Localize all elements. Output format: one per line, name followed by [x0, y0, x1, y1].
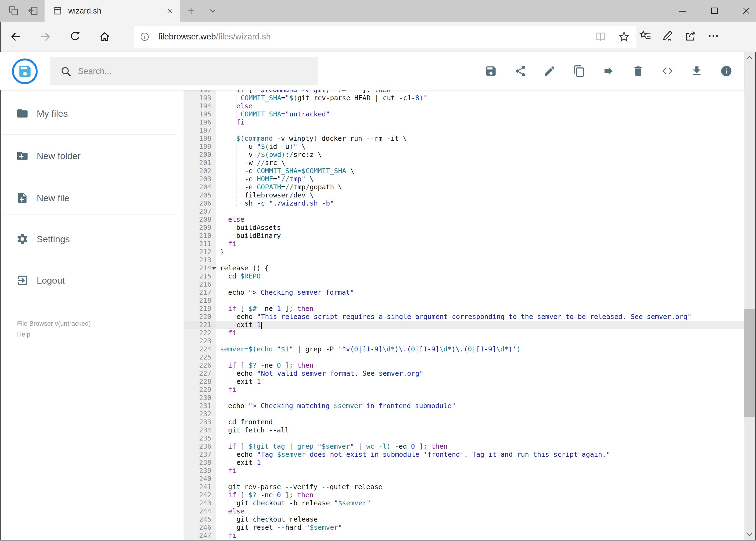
line-number[interactable]: 203 [183, 175, 216, 183]
line-number[interactable]: 194 [183, 102, 216, 110]
code-line[interactable]: echo "> Checking matching $semver in fro… [216, 402, 744, 410]
code-line[interactable]: git checkout release [216, 515, 744, 523]
code-area[interactable]: if [ "$(command -v git)" != "" ]; then C… [216, 90, 744, 540]
code-line[interactable] [216, 475, 744, 483]
edit-icon[interactable] [544, 65, 556, 77]
code-line[interactable]: exit 1 [216, 459, 744, 467]
code-line[interactable]: else [216, 507, 744, 515]
copy-icon[interactable] [573, 65, 586, 77]
code-line[interactable] [216, 280, 744, 288]
code-line[interactable] [216, 256, 744, 264]
code-line[interactable]: git rev-parse --verify --quiet release [216, 483, 744, 491]
share-icon[interactable] [514, 65, 527, 77]
line-number[interactable]: 225 [183, 353, 216, 361]
code-line[interactable] [216, 126, 744, 135]
code-icon[interactable] [661, 65, 674, 77]
code-line[interactable] [216, 410, 744, 418]
line-number[interactable]: 221 [183, 321, 216, 329]
site-info-icon[interactable] [139, 32, 150, 42]
line-number[interactable]: 205 [183, 191, 216, 199]
code-line[interactable]: if [ $? -ne 0 ]; then [216, 491, 744, 499]
url-text[interactable]: filebrowser.web/files/wizard.sh [158, 32, 271, 42]
code-line[interactable]: exit 1 [216, 321, 744, 329]
code-line[interactable]: $(command -v winpty) docker run --rm -it… [216, 135, 744, 143]
help-link[interactable]: Help [17, 329, 91, 340]
line-number[interactable]: 242 [183, 491, 216, 499]
code-line[interactable]: fi [216, 467, 744, 475]
code-line[interactable] [216, 434, 744, 442]
line-number[interactable]: 228 [183, 377, 216, 386]
line-number[interactable]: 210 [183, 232, 216, 240]
line-number[interactable]: 217 [183, 288, 216, 296]
line-number[interactable]: 246 [183, 523, 216, 532]
code-line[interactable]: fi [216, 118, 744, 126]
download-icon[interactable] [691, 65, 703, 77]
move-icon[interactable] [603, 65, 615, 77]
code-line[interactable]: buildBinary [216, 232, 744, 240]
line-number[interactable]: 204 [183, 183, 216, 191]
code-line[interactable]: fi [216, 532, 744, 540]
line-number[interactable]: 223 [183, 337, 216, 345]
code-line[interactable]: else [216, 216, 744, 224]
code-line[interactable]: if [ $# -ne 1 ]; then [216, 305, 744, 313]
browser-tab[interactable]: wizard.sh [45, 0, 180, 22]
code-line[interactable]: exit 1 [216, 377, 744, 386]
line-number[interactable]: 240 [183, 475, 216, 483]
line-number[interactable]: 193 [183, 94, 216, 102]
sidebar-item-my-files[interactable]: My files [16, 107, 68, 120]
scrollbar-thumb[interactable] [744, 309, 755, 417]
tab-close-icon[interactable] [166, 7, 174, 15]
line-number[interactable]: 244 [183, 507, 216, 515]
code-line[interactable] [216, 353, 744, 361]
line-number[interactable]: 206 [183, 199, 216, 208]
maximize-button[interactable] [710, 6, 719, 16]
code-line[interactable]: echo "> Checking semver format" [216, 288, 744, 296]
line-number[interactable]: 243 [183, 499, 216, 507]
fold-arrow-icon[interactable] [212, 267, 216, 270]
forward-icon[interactable] [39, 31, 51, 43]
tab-preview-icon[interactable] [8, 5, 19, 16]
code-line[interactable]: release () { [216, 264, 744, 272]
sidebar-item-settings[interactable]: Settings [16, 233, 70, 245]
line-number[interactable]: 215 [183, 272, 216, 280]
code-line[interactable]: echo "Tag $semver does not exist in subm… [216, 450, 744, 459]
reading-view-icon[interactable] [595, 31, 606, 42]
line-number[interactable]: 241 [183, 483, 216, 491]
code-line[interactable]: fi [216, 240, 744, 248]
line-number[interactable]: 220 [183, 313, 216, 321]
line-number[interactable]: 212 [183, 248, 216, 256]
scroll-up-icon[interactable] [745, 54, 754, 62]
minimize-button[interactable] [678, 6, 687, 16]
line-number[interactable]: 234 [183, 426, 216, 434]
code-line[interactable]: git reset --hard "$semver" [216, 523, 744, 532]
code-line[interactable]: cd frontend [216, 418, 744, 426]
code-line[interactable]: semver=$(echo "$1" | grep -P '^v(0|[1-9]… [216, 345, 744, 353]
code-line[interactable] [216, 208, 744, 216]
line-number[interactable]: 202 [183, 167, 216, 175]
line-number[interactable]: 211 [183, 240, 216, 248]
code-line[interactable]: sh -c "./wizard.sh -b" [216, 199, 744, 208]
address-bar[interactable]: filebrowser.web/files/wizard.sh [133, 26, 636, 48]
line-number[interactable]: 192 [183, 90, 216, 94]
code-line[interactable]: echo "Not valid semver format. See semve… [216, 369, 744, 377]
code-line[interactable]: buildAssets [216, 224, 744, 232]
sidebar-item-new-file[interactable]: New file [16, 192, 69, 204]
code-line[interactable]: -u "$(id -u)" \ [216, 143, 744, 151]
line-number[interactable]: 238 [183, 459, 216, 467]
code-line[interactable]: git checkout -b release "$semver" [216, 499, 744, 507]
new-tab-icon[interactable] [186, 6, 196, 16]
code-line[interactable]: COMMIT_SHA="untracked" [216, 110, 744, 118]
vertical-scrollbar[interactable] [744, 52, 755, 540]
line-number[interactable]: 233 [183, 418, 216, 426]
code-line[interactable]: -v /$(pwd):/src:z \ [216, 151, 744, 159]
code-line[interactable]: -e GOPATH=//tmp/gopath \ [216, 183, 744, 191]
search-bar[interactable] [50, 57, 318, 85]
save-icon[interactable] [485, 65, 497, 77]
line-number[interactable]: 229 [183, 386, 216, 394]
line-number[interactable]: 214 [183, 264, 216, 272]
delete-icon[interactable] [632, 65, 644, 77]
line-number[interactable]: 227 [183, 369, 216, 377]
code-editor[interactable]: 1921931941951961971981992002012022032042… [183, 90, 744, 540]
line-number[interactable]: 195 [183, 110, 216, 118]
more-icon[interactable] [707, 30, 720, 42]
